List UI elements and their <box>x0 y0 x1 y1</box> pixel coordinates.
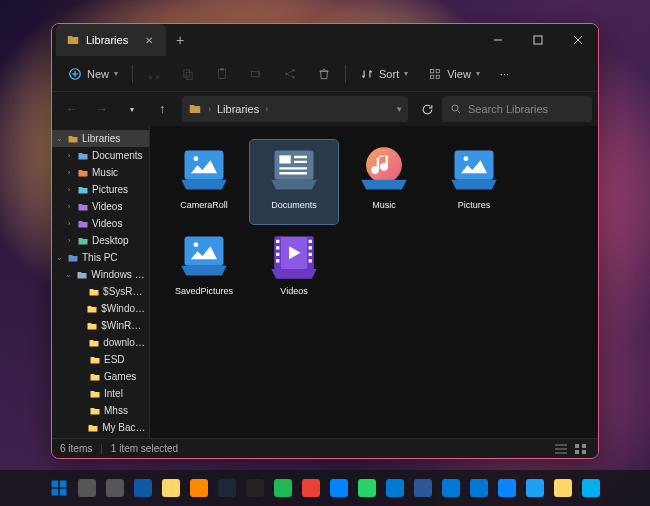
svg-rect-34 <box>60 481 67 488</box>
taskbar-messenger-icon[interactable] <box>327 476 351 500</box>
item-count: 6 items <box>60 443 92 454</box>
taskbar-thunderbird-icon[interactable] <box>495 476 519 500</box>
sort-icon <box>360 67 374 81</box>
taskbar-start-icon[interactable] <box>47 476 71 500</box>
item-label: Documents <box>254 200 334 210</box>
content-pane[interactable]: CameraRollDocumentsMusicPicturesSavedPic… <box>150 126 598 438</box>
tree-item[interactable]: ›Videos <box>52 198 149 215</box>
trash-icon <box>317 67 331 81</box>
minimize-button[interactable] <box>478 24 518 56</box>
tree-item[interactable]: downloads <box>52 334 149 351</box>
taskbar-word-icon[interactable] <box>411 476 435 500</box>
close-window-button[interactable] <box>558 24 598 56</box>
back-button[interactable]: ← <box>58 95 86 123</box>
up-button[interactable]: ↑ <box>148 95 176 123</box>
maximize-button[interactable] <box>518 24 558 56</box>
svg-point-23 <box>463 156 468 161</box>
forward-button[interactable]: → <box>88 95 116 123</box>
library-item[interactable]: Documents <box>250 140 338 224</box>
address-segment[interactable]: Libraries <box>217 103 259 115</box>
taskbar-unity-icon[interactable] <box>243 476 267 500</box>
tree-item[interactable]: ›Documents <box>52 147 149 164</box>
taskbar-skype-icon[interactable] <box>579 476 603 500</box>
more-button[interactable]: ··· <box>492 60 517 88</box>
svg-point-16 <box>452 105 458 111</box>
taskbar-whatsapp-icon[interactable] <box>355 476 379 500</box>
taskbar-chrome-icon[interactable] <box>299 476 323 500</box>
svg-rect-6 <box>219 69 226 78</box>
taskbar-edge-icon[interactable] <box>131 476 155 500</box>
taskbar-spotify-icon[interactable] <box>271 476 295 500</box>
tree-item[interactable]: $WinREAgent <box>52 317 149 334</box>
tree-item[interactable]: ⌄This PC <box>52 249 149 266</box>
icons-view-button[interactable] <box>572 442 590 456</box>
tree-item[interactable]: ›Music <box>52 164 149 181</box>
taskbar-search-icon[interactable] <box>75 476 99 500</box>
tree-item[interactable]: My Backups <box>52 419 149 436</box>
view-button[interactable]: View▾ <box>420 60 488 88</box>
tree-item[interactable]: $Windows.~W <box>52 300 149 317</box>
tab-libraries[interactable]: Libraries ✕ <box>56 24 166 56</box>
library-item[interactable]: SavedPictures <box>160 226 248 310</box>
status-bar: 6 items | 1 item selected <box>52 438 598 458</box>
library-item[interactable]: Music <box>340 140 428 224</box>
taskbar-twitter-icon[interactable] <box>523 476 547 500</box>
svg-rect-14 <box>431 75 435 79</box>
taskbar-explorer-icon[interactable] <box>159 476 183 500</box>
search-input[interactable]: Search Libraries <box>442 96 592 122</box>
tree-item[interactable]: Intel <box>52 385 149 402</box>
svg-rect-19 <box>275 151 314 180</box>
add-tab-button[interactable]: + <box>166 26 194 54</box>
file-explorer-window: Libraries ✕ + New ▾ Sort▾ View▾ ··· ← → … <box>51 23 599 459</box>
tree-item[interactable]: ›Desktop <box>52 232 149 249</box>
tree-item[interactable]: Mhss <box>52 402 149 419</box>
svg-rect-30 <box>582 444 586 448</box>
selection-count: 1 item selected <box>111 443 178 454</box>
pictures-icon <box>178 144 230 196</box>
share-icon <box>283 67 297 81</box>
tree-item[interactable]: $SysReset <box>52 283 149 300</box>
svg-point-2 <box>149 76 151 78</box>
tab-title: Libraries <box>86 34 128 46</box>
tree-item[interactable]: ESD <box>52 351 149 368</box>
paste-icon <box>215 67 229 81</box>
new-button[interactable]: New ▾ <box>60 60 126 88</box>
copy-button[interactable] <box>173 60 203 88</box>
tree-item[interactable]: ›Pictures <box>52 181 149 198</box>
chevron-down-icon[interactable]: ▾ <box>397 104 402 114</box>
tree-item[interactable]: ⌄Windows (C:) <box>52 266 149 283</box>
share-button[interactable] <box>275 60 305 88</box>
taskbar-vlc-icon[interactable] <box>187 476 211 500</box>
taskbar-files-icon[interactable] <box>551 476 575 500</box>
cut-button[interactable] <box>139 60 169 88</box>
delete-button[interactable] <box>309 60 339 88</box>
details-view-button[interactable] <box>552 442 570 456</box>
svg-point-25 <box>193 242 198 247</box>
library-item[interactable]: Pictures <box>430 140 518 224</box>
refresh-button[interactable] <box>414 96 440 122</box>
library-item[interactable]: CameraRoll <box>160 140 248 224</box>
close-tab-icon[interactable]: ✕ <box>142 33 156 47</box>
taskbar-steam-icon[interactable] <box>215 476 239 500</box>
library-item[interactable]: Videos <box>250 226 338 310</box>
address-bar[interactable]: › Libraries › ▾ <box>182 96 408 122</box>
music-icon <box>358 144 410 196</box>
item-label: CameraRoll <box>164 200 244 210</box>
taskbar-outlook-icon[interactable] <box>383 476 407 500</box>
taskbar-winstore-icon[interactable] <box>439 476 463 500</box>
svg-point-3 <box>156 76 158 78</box>
rename-button[interactable] <box>241 60 271 88</box>
taskbar-taskview-icon[interactable] <box>103 476 127 500</box>
tree-item[interactable]: ›Videos <box>52 215 149 232</box>
recent-button[interactable]: ▾ <box>118 95 146 123</box>
taskbar-clock-icon[interactable] <box>467 476 491 500</box>
tree-item[interactable]: Games <box>52 368 149 385</box>
svg-rect-35 <box>52 489 59 496</box>
paste-button[interactable] <box>207 60 237 88</box>
sort-button[interactable]: Sort▾ <box>352 60 416 88</box>
item-label: Videos <box>254 286 334 296</box>
view-icon <box>428 67 442 81</box>
svg-point-11 <box>292 76 294 78</box>
svg-rect-8 <box>251 71 258 76</box>
tree-item[interactable]: ⌄Libraries <box>52 130 149 147</box>
